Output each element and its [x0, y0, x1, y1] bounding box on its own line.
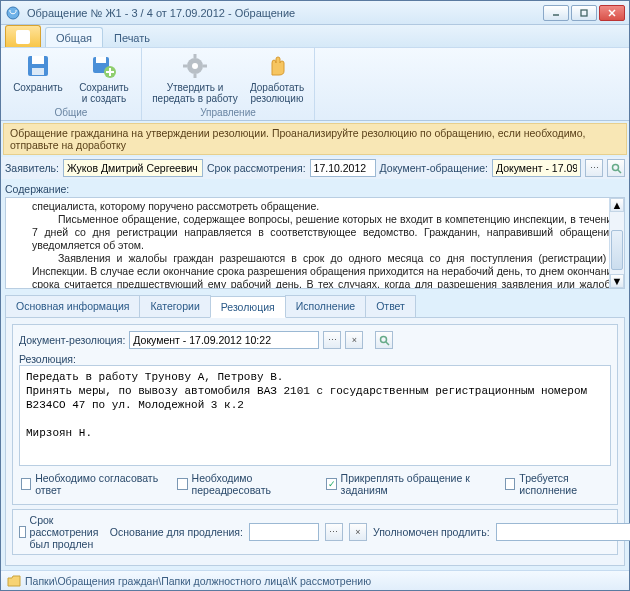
rework-button[interactable]: Доработать резолюцию [248, 50, 306, 104]
ribbon-group-manage: Утвердить и передать в работу Доработать… [142, 48, 315, 120]
resolution-panel: Документ-резолюция: ⋯ × Резолюция: Необх… [5, 318, 625, 566]
titlebar: Обращение № Ж1 - 3 / 4 от 17.09.2012 - О… [1, 1, 629, 25]
svg-rect-6 [32, 56, 44, 64]
reason-pick-button[interactable]: ⋯ [325, 523, 343, 541]
svg-point-21 [380, 336, 386, 342]
doc-label: Документ-обращение: [380, 162, 488, 174]
svg-rect-2 [581, 10, 587, 16]
auth-input[interactable] [496, 523, 630, 541]
svg-line-20 [618, 170, 621, 173]
file-orb[interactable] [5, 25, 41, 47]
chk-extended[interactable]: Срок рассмотрения был продлен [19, 514, 104, 550]
approve-button[interactable]: Утвердить и передать в работу [150, 50, 240, 104]
res-doc-pick-button[interactable]: ⋯ [323, 331, 341, 349]
floppy-plus-icon [90, 52, 118, 80]
app-window: Обращение № Ж1 - 3 / 4 от 17.09.2012 - О… [0, 0, 630, 591]
header-fields: Заявитель: Срок рассмотрения: Документ-о… [1, 157, 629, 179]
tab-main-info[interactable]: Основная информация [5, 295, 140, 317]
inner-tabs: Основная информация Категории Резолюция … [5, 295, 625, 318]
content-text[interactable]: специалиста, которому поручено рассмотре… [6, 198, 624, 288]
svg-rect-9 [96, 57, 106, 63]
svg-point-14 [192, 63, 198, 69]
reason-clear-button[interactable]: × [349, 523, 367, 541]
reason-input[interactable] [249, 523, 319, 541]
scroll-down-icon[interactable]: ▼ [610, 274, 624, 288]
extension-row: Срок рассмотрения был продлен Основание … [12, 509, 618, 555]
checks-row: Необходимо согласовать ответ Необходимо … [19, 466, 611, 498]
svg-point-0 [7, 7, 19, 19]
window-title: Обращение № Ж1 - 3 / 4 от 17.09.2012 - О… [27, 7, 543, 19]
svg-line-22 [386, 342, 389, 345]
tab-general[interactable]: Общая [45, 27, 103, 47]
chk-approve-answer[interactable]: Необходимо согласовать ответ [21, 472, 159, 496]
content-area: специалиста, которому поручено рассмотре… [5, 197, 625, 289]
auth-label: Уполномочен продлить: [373, 526, 490, 538]
tab-resolution[interactable]: Резолюция [210, 296, 286, 318]
chk-needs-exec[interactable]: Требуется исполнение [505, 472, 609, 496]
save-create-button[interactable]: Сохранить и создать [75, 50, 133, 104]
svg-rect-7 [32, 68, 44, 75]
doc-pick-button[interactable]: ⋯ [585, 159, 603, 177]
doc-search-button[interactable] [607, 159, 625, 177]
res-doc-label: Документ-резолюция: [19, 334, 125, 346]
status-path: Папки\Обращения граждан\Папки должностно… [25, 575, 371, 587]
svg-point-19 [612, 164, 618, 170]
minimize-button[interactable] [543, 5, 569, 21]
tab-print[interactable]: Печать [103, 27, 161, 47]
app-icon [5, 5, 21, 21]
applicant-input[interactable] [63, 159, 203, 177]
scroll-thumb[interactable] [611, 230, 623, 270]
ribbon-tabs: Общая Печать [1, 25, 629, 47]
hand-icon [263, 52, 291, 80]
save-button[interactable]: Сохранить [9, 50, 67, 93]
resolution-textarea[interactable] [19, 365, 611, 466]
tab-categories[interactable]: Категории [139, 295, 210, 317]
floppy-icon [24, 52, 52, 80]
chk-attach[interactable]: ✓Прикреплять обращение к заданиям [326, 472, 487, 496]
tab-answer[interactable]: Ответ [365, 295, 416, 317]
folder-icon [7, 575, 21, 587]
deadline-label: Срок рассмотрения: [207, 162, 306, 174]
reason-label: Основание для продления: [110, 526, 243, 538]
res-doc-clear-button[interactable]: × [345, 331, 363, 349]
gear-icon [181, 52, 209, 80]
deadline-input[interactable] [310, 159, 376, 177]
ribbon-group-general: Сохранить Сохранить и создать Общие [1, 48, 142, 120]
doc-input[interactable] [492, 159, 581, 177]
chk-redirect[interactable]: Необходимо переадресовать [177, 472, 308, 496]
resolution-label: Резолюция: [19, 353, 611, 365]
info-strip: Обращение гражданина на утверждении резо… [3, 123, 627, 155]
ribbon: Сохранить Сохранить и создать Общие Утве… [1, 47, 629, 121]
status-bar: Папки\Обращения граждан\Папки должностно… [1, 570, 629, 590]
content-scrollbar[interactable]: ▲ ▼ [609, 198, 624, 288]
applicant-label: Заявитель: [5, 162, 59, 174]
document-icon [16, 30, 30, 44]
scroll-up-icon[interactable]: ▲ [610, 198, 624, 212]
close-button[interactable] [599, 5, 625, 21]
res-doc-search-button[interactable] [375, 331, 393, 349]
tab-execution[interactable]: Исполнение [285, 295, 366, 317]
content-label: Содержание: [5, 183, 625, 195]
maximize-button[interactable] [571, 5, 597, 21]
res-doc-input[interactable] [129, 331, 319, 349]
